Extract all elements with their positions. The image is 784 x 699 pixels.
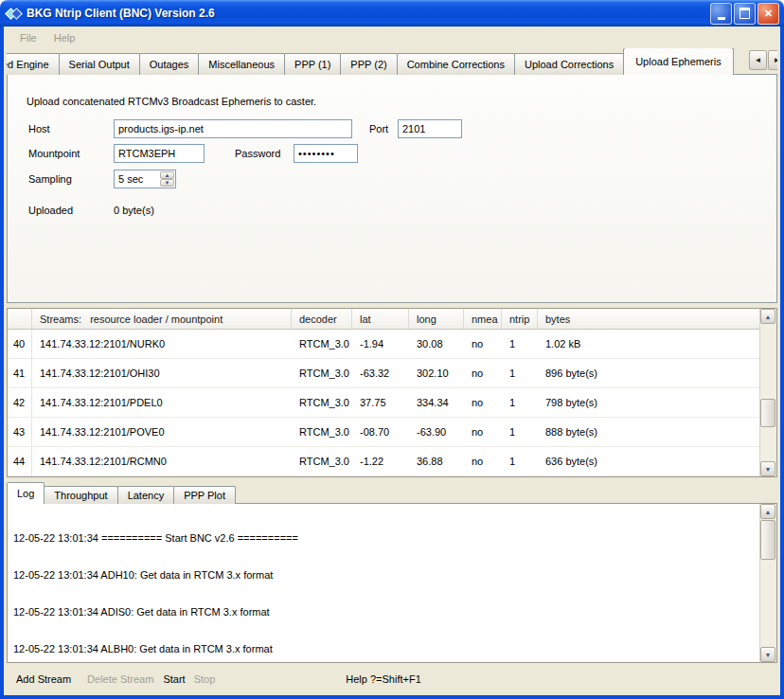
- row-lat: -1.22: [352, 447, 409, 475]
- host-input[interactable]: [114, 119, 352, 138]
- stream-row[interactable]: 40 141.74.33.12:2101/NURK0 RTCM_3.0 -1.9…: [8, 330, 760, 359]
- password-input[interactable]: [294, 144, 358, 163]
- app-window: BKG Ntrip Client (BNC) Version 2.6 ✕ Fil…: [0, 0, 784, 699]
- row-index: 42: [8, 388, 32, 417]
- tab-ppp-plot[interactable]: PPP Plot: [173, 486, 236, 504]
- row-long: 334.34: [409, 388, 464, 417]
- tab-bar: ed Engine Serial Output Outages Miscella…: [7, 48, 777, 75]
- header-nmea[interactable]: nmea: [464, 309, 502, 329]
- titlebar[interactable]: BKG Ntrip Client (BNC) Version 2.6 ✕: [0, 0, 784, 27]
- close-button[interactable]: ✕: [757, 3, 779, 25]
- row-decoder: RTCM_3.0: [292, 388, 352, 417]
- row-mountpoint: 141.74.33.12:2101/NURK0: [32, 330, 292, 358]
- header-decoder[interactable]: decoder: [292, 309, 352, 329]
- scroll-down-icon: ▼: [765, 652, 772, 658]
- scrollbar-thumb[interactable]: [760, 520, 775, 560]
- tab-scroll-right-button[interactable]: ►: [768, 50, 777, 70]
- row-index: 43: [8, 418, 32, 446]
- log-line: 12-05-22 13:01:34 ========== Start BNC v…: [13, 532, 754, 545]
- header-bytes[interactable]: bytes: [538, 309, 760, 329]
- row-ntrip: 1: [502, 418, 538, 446]
- row-bytes: 636 byte(s): [538, 447, 760, 475]
- tab-upload-corrections[interactable]: Upload Corrections: [514, 53, 624, 75]
- row-mountpoint: 141.74.33.12:2101/POVE0: [32, 418, 292, 446]
- scroll-down-button[interactable]: ▼: [760, 461, 775, 476]
- tab-ppp-2[interactable]: PPP (2): [340, 53, 397, 75]
- delete-stream-button[interactable]: Delete Stream: [87, 673, 153, 685]
- stream-row[interactable]: 43 141.74.33.12:2101/POVE0 RTCM_3.0 -08.…: [8, 418, 760, 447]
- log-scrollbar[interactable]: ▲ ▼: [759, 504, 776, 662]
- tab-serial-output[interactable]: Serial Output: [59, 53, 140, 75]
- row-bytes: 896 byte(s): [538, 359, 760, 387]
- password-label: Password: [235, 148, 280, 159]
- port-input[interactable]: [398, 119, 462, 138]
- streams-table: Streams: resource loader / mountpoint de…: [7, 308, 777, 477]
- row-nmea: no: [464, 447, 502, 475]
- row-mountpoint: 141.74.33.12:2101/PDEL0: [32, 388, 292, 417]
- panel-description: Upload concatenated RTCMv3 Broadcast Eph…: [27, 96, 316, 107]
- row-bytes: 1.02 kB: [538, 330, 760, 358]
- log-panel[interactable]: 12-05-22 13:01:34 ========== Start BNC v…: [7, 503, 777, 663]
- sampling-spinner[interactable]: 5 sec ▲ ▼: [114, 170, 176, 188]
- streams-table-header: Streams: resource loader / mountpoint de…: [8, 309, 760, 330]
- status-bar: Add Stream Delete Stream Start Stop Help…: [7, 663, 777, 695]
- row-index: 40: [8, 330, 32, 358]
- window-title: BKG Ntrip Client (BNC) Version 2.6: [27, 7, 708, 20]
- spin-up-icon: ▲: [165, 172, 170, 178]
- minimize-button[interactable]: [710, 3, 732, 25]
- tab-throughput[interactable]: Throughput: [44, 486, 117, 504]
- bottom-tab-bar: Log Throughput Latency PPP Plot: [7, 483, 777, 504]
- tab-combine-corrections[interactable]: Combine Corrections: [397, 53, 515, 75]
- maximize-button[interactable]: [734, 3, 756, 25]
- menu-file[interactable]: File: [11, 30, 45, 45]
- header-ntrip[interactable]: ntrip: [502, 309, 538, 329]
- spin-up-button[interactable]: ▲: [160, 171, 174, 179]
- sampling-label: Sampling: [28, 173, 72, 185]
- stop-button[interactable]: Stop: [194, 673, 216, 685]
- scroll-up-button[interactable]: ▲: [760, 504, 775, 519]
- row-mountpoint: 141.74.33.12:2101/OHI30: [32, 359, 292, 387]
- streams-scrollbar[interactable]: ▲ ▼: [759, 309, 776, 476]
- sampling-value: 5 sec: [118, 173, 143, 185]
- header-long[interactable]: long: [409, 309, 464, 329]
- row-decoder: RTCM_3.0: [292, 447, 352, 475]
- scroll-up-button[interactable]: ▲: [760, 309, 775, 324]
- tab-ppp-1[interactable]: PPP (1): [284, 53, 341, 75]
- row-long: 30.08: [409, 330, 464, 358]
- stream-row[interactable]: 42 141.74.33.12:2101/PDEL0 RTCM_3.0 37.7…: [8, 388, 760, 418]
- tab-scroll-left-button[interactable]: ◄: [749, 50, 767, 70]
- add-stream-button[interactable]: Add Stream: [16, 673, 71, 685]
- stream-row[interactable]: 44 141.74.33.12:2101/RCMN0 RTCM_3.0 -1.2…: [8, 447, 760, 476]
- row-lat: 37.75: [352, 388, 409, 417]
- tab-upload-ephemeris[interactable]: Upload Ephemeris: [623, 48, 734, 75]
- menubar: File Help: [7, 27, 777, 48]
- tab-miscellaneous[interactable]: Miscellaneous: [198, 53, 285, 75]
- mountpoint-label: Mountpoint: [28, 148, 80, 159]
- upload-ephemeris-panel: Upload concatenated RTCMv3 Broadcast Eph…: [7, 74, 777, 303]
- mountpoint-input[interactable]: [114, 144, 205, 163]
- scroll-down-button[interactable]: ▼: [760, 647, 775, 662]
- row-long: 302.10: [409, 359, 464, 387]
- app-icon: [6, 6, 23, 21]
- tab-outages[interactable]: Outages: [139, 53, 200, 75]
- tab-latency[interactable]: Latency: [117, 486, 175, 504]
- help-shortcut-label: Help ?=Shift+F1: [346, 673, 421, 685]
- log-line: 12-05-22 13:01:34 ADH10: Get data in RTC…: [13, 569, 754, 582]
- scrollbar-thumb[interactable]: [760, 399, 775, 427]
- menu-help[interactable]: Help: [45, 30, 84, 45]
- sampling-spin-buttons: ▲ ▼: [160, 171, 174, 187]
- log-output: 12-05-22 13:01:34 ========== Start BNC v…: [8, 504, 776, 662]
- uploaded-value: 0 byte(s): [114, 205, 154, 216]
- scroll-up-icon: ▲: [765, 509, 772, 515]
- tab-feed-engine[interactable]: ed Engine: [7, 53, 60, 75]
- start-button[interactable]: Start: [163, 673, 185, 685]
- spin-down-button[interactable]: ▼: [160, 179, 174, 187]
- header-mountpoint[interactable]: Streams: resource loader / mountpoint: [32, 309, 292, 329]
- window-body: File Help ed Engine Serial Output Outage…: [0, 27, 784, 699]
- stream-row[interactable]: 41 141.74.33.12:2101/OHI30 RTCM_3.0 -63.…: [8, 359, 760, 388]
- tab-log[interactable]: Log: [7, 482, 45, 504]
- row-bytes: 888 byte(s): [538, 418, 760, 446]
- header-lat[interactable]: lat: [352, 309, 409, 329]
- row-mountpoint: 141.74.33.12:2101/RCMN0: [32, 447, 292, 475]
- arrow-right-icon: ►: [774, 56, 777, 64]
